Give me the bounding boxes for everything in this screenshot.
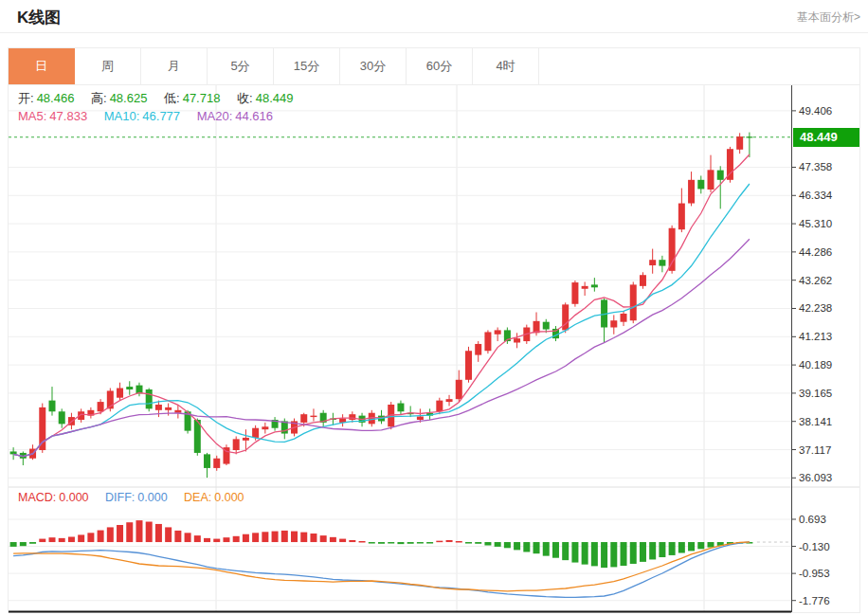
open-label: 开: [18,91,34,105]
candle-body [117,389,123,398]
candle-body [300,414,307,423]
candle-body [48,401,55,412]
last-price-tag: 48.449 [793,128,859,147]
macd-hist-bar [446,540,453,542]
candle-body [465,351,472,380]
candle-body [165,407,172,410]
candle-body [484,332,491,351]
macd-hist-bar [29,542,36,544]
y-axis-label: 38.141 [799,416,832,427]
fundamental-analysis-link[interactable]: 基本面分析> [797,9,860,26]
macd-hist-bar [601,542,607,568]
page-title: K线图 [17,7,61,28]
macd-hist-bar [533,542,540,553]
macd-hist-bar [78,534,84,542]
y-axis-label: 46.334 [799,190,833,201]
macd-hist-bar [562,542,569,560]
candle-body [591,284,598,287]
macd-hist-bar [407,542,414,544]
close-value: 48.449 [256,91,294,105]
tab-日[interactable]: 日 [9,48,75,84]
candle-body [610,320,617,327]
macd-hist-bar [630,542,637,564]
y-axis-label: 47.358 [799,161,832,172]
candle-body [233,439,240,450]
macd-hist-bar [233,536,240,542]
kline-chart-box: 日周月5分15分30分60分4时 49.40647.35846.33445.31… [8,47,860,613]
tab-60分[interactable]: 60分 [407,48,473,84]
macd-hist-bar [262,532,268,542]
macd-hist-bar [388,542,394,544]
macd-hist-bar [126,522,133,542]
candle-body [495,330,501,334]
macd-hist-bar [523,542,530,552]
candle-body [446,399,453,402]
macd-hist-bar [708,542,714,548]
candle-body [630,284,637,320]
macd-hist-bar [243,534,249,542]
macd-hist-bar [213,539,220,542]
candle-body [456,380,462,399]
macd-hist-bar [659,542,665,557]
tab-15分[interactable]: 15分 [274,48,340,84]
candle-body [708,170,714,190]
candle-body [213,459,220,468]
macd-legend: MACD:0.000 DIFF:0.000 DEA:0.000 [18,491,258,504]
high-label: 高: [91,91,107,105]
candle-body [669,228,676,271]
macd-label: MACD: [18,491,56,504]
macd-hist-bar [320,535,327,542]
ma5-value: 47.833 [49,109,87,123]
ma20-label: MA20: [197,109,233,123]
macd-hist-bar [20,542,27,546]
candle-body [59,411,65,424]
macd-hist-bar [397,542,404,544]
candle-body [155,405,162,410]
dea-value: 0.000 [214,491,244,504]
candle-body [649,260,656,265]
y-axis-label: 42.238 [799,302,832,314]
macd-hist-bar [591,542,598,566]
y-axis-label: 45.310 [799,218,832,229]
macd-hist-bar [98,531,104,542]
macd-hist-bar [291,532,298,542]
candle-body [475,344,481,355]
tab-周[interactable]: 周 [75,48,141,84]
y-axis-label: 44.286 [799,246,832,258]
y-axis-label: -0.953 [799,568,830,579]
tab-filler [539,48,859,84]
candle-body [204,454,210,468]
macd-hist-bar [310,534,316,542]
macd-hist-bar [194,535,201,542]
macd-hist-bar [300,533,307,542]
macd-hist-bar [359,541,366,543]
macd-hist-bar [107,527,114,542]
ma5-label: MA5: [18,109,46,123]
tab-4时[interactable]: 4时 [473,48,539,84]
tab-月[interactable]: 月 [141,48,208,84]
tab-30分[interactable]: 30分 [340,48,407,84]
ma20-value: 44.616 [235,109,273,123]
macd-hist-bar [484,542,491,545]
macd-hist-bar [649,542,656,559]
macd-hist-bar [165,527,172,542]
macd-hist-bar [185,533,191,542]
macd-hist-bar [495,542,501,547]
macd-hist-bar [456,541,462,543]
candle-body [252,428,259,438]
diff-label: DIFF: [105,491,135,504]
tab-5分[interactable]: 5分 [208,48,274,84]
macd-hist-bar [436,541,443,543]
y-axis-label: 40.189 [799,359,832,371]
macd-hist-bar [272,532,279,542]
macd-hist-bar [678,542,685,552]
macd-hist-bar [68,536,75,542]
macd-hist-bar [426,542,433,544]
macd-hist-bar [87,533,94,542]
candle-body [397,404,404,412]
diff-value: 0.000 [137,491,167,504]
candle-body [582,286,588,289]
candle-body [146,389,153,408]
macd-hist-bar [349,540,355,542]
low-value: 47.718 [183,91,221,105]
